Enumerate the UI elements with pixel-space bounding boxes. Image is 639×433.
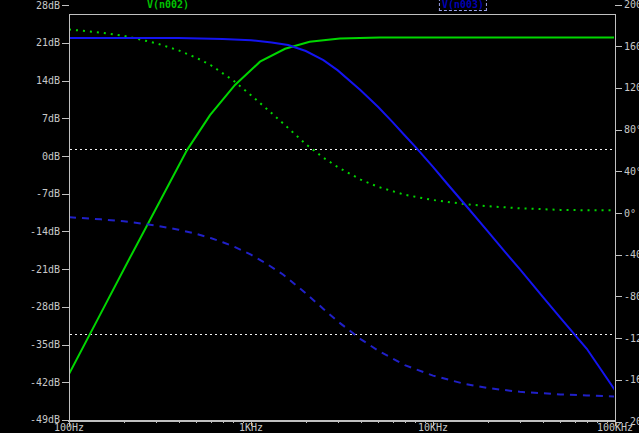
trace-v-n002-phase (69, 30, 615, 211)
trace-label-vn003[interactable]: V(n003) (440, 0, 486, 10)
right-axis-label: -80° (624, 291, 639, 302)
left-axis-label: 28dB (36, 0, 60, 11)
right-axis-label: 200° (624, 0, 639, 10)
left-axis-label: 21dB (36, 37, 60, 48)
right-axis-label: 0° (624, 208, 636, 219)
left-axis-label: -35dB (30, 339, 60, 350)
left-axis-label: 7dB (42, 113, 60, 124)
right-axis-label: 40° (624, 166, 639, 177)
left-axis-label: -7dB (36, 188, 60, 199)
x-axis-label: 100Hz (54, 422, 84, 433)
left-axis-label: -14dB (30, 226, 60, 237)
left-axis-label: 0dB (42, 151, 60, 162)
left-axis-label: -42dB (30, 377, 60, 388)
waveform-viewer-pane: 28dB21dB14dB7dB0dB-7dB-14dB-21dB-28dB-35… (0, 0, 639, 433)
bode-plot-canvas[interactable]: 28dB21dB14dB7dB0dB-7dB-14dB-21dB-28dB-35… (0, 0, 639, 433)
trace-v-n003-phase (69, 217, 615, 396)
right-axis-label: 80° (624, 124, 639, 135)
left-axis-label: 14dB (36, 75, 60, 86)
x-axis-label: 1KHz (239, 422, 263, 433)
right-axis-label: -160° (624, 374, 639, 385)
right-axis-label: 120° (624, 82, 639, 93)
x-axis-label: 10KHz (418, 422, 448, 433)
left-axis-label: -21dB (30, 264, 60, 275)
right-axis-label: -40° (624, 249, 639, 260)
right-axis-label: 160° (624, 41, 639, 52)
trace-label-vn002[interactable]: V(n002) (147, 0, 189, 10)
left-axis-label: -28dB (30, 301, 60, 312)
right-axis-label: -120° (624, 333, 639, 344)
x-axis-label: 100KHz (597, 422, 633, 433)
trace-v-n003-gain (69, 38, 615, 390)
